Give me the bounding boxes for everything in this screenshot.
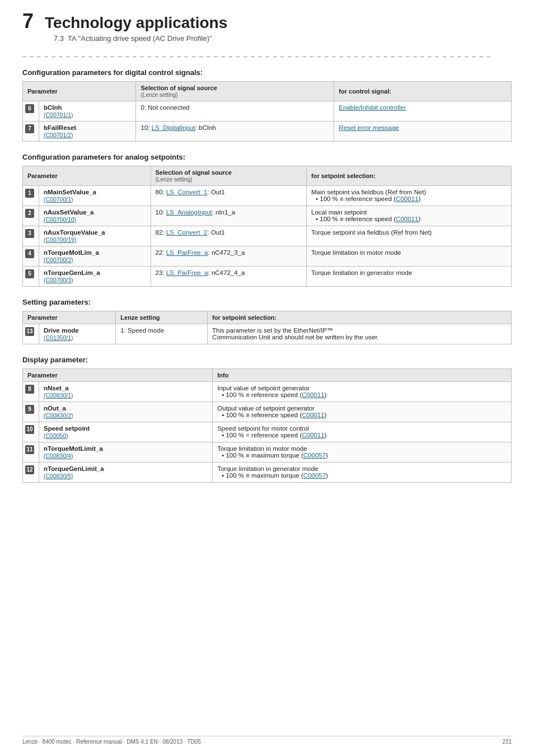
param-name: Drive mode <box>44 327 111 334</box>
table-row: 10 Speed setpoint (C00050) Speed setpoin… <box>23 422 512 442</box>
param-code-link[interactable]: (C00700/19) <box>44 236 146 243</box>
param-code-link[interactable]: (C00700/3) <box>44 277 146 283</box>
row-num: 5 <box>25 269 34 278</box>
setting-col-parameter: Parameter <box>23 311 116 324</box>
table-row: 8 nNset_a (C00830/1) Input value of setp… <box>23 382 512 402</box>
table-row: 1 nMainSetValue_a (C00700/1) 80: LS_Conv… <box>23 186 512 206</box>
setting-params-title: Setting parameters: <box>22 298 512 306</box>
c00057-link[interactable]: C00057 <box>303 472 326 479</box>
digital-control-table: Parameter Selection of signal source(Len… <box>22 81 512 142</box>
param-name: nTorqueMotLimit_a <box>44 445 208 452</box>
footer-right: 231 <box>502 739 512 745</box>
row-num: 11 <box>25 445 34 454</box>
param-name: bFailReset <box>44 124 131 131</box>
row-num: 9 <box>25 405 34 414</box>
display-col-info: Info <box>213 369 512 382</box>
table-row: 12 nTorqueGenLimit_a (C00830/5) Torque l… <box>23 463 512 483</box>
signal-link[interactable]: LS_ParFree_a <box>166 269 208 276</box>
table-row: 5 nTorqueGenLim_a (C00700/3) 23: LS_ParF… <box>23 267 512 287</box>
table-row: 6 bCInh (C00701/1) 0: Not connected Enab… <box>23 101 512 122</box>
chapter-number: 7 <box>22 11 34 31</box>
row-num: 4 <box>25 249 34 258</box>
signal-link[interactable]: LS_Convert_2 <box>166 229 208 236</box>
param-code-link[interactable]: (C00700/1) <box>44 196 146 203</box>
chapter-title: Technology applications <box>45 14 227 32</box>
analog-setpoints-title: Configuration parameters for analog setp… <box>22 153 512 161</box>
row-num: 2 <box>25 209 34 218</box>
digital-col-parameter: Parameter <box>23 82 136 101</box>
row-num: 12 <box>25 465 34 474</box>
analog-col-signal-source: Selection of signal source(Lenze setting… <box>151 166 306 186</box>
table-row: 4 nTorqueMotLim_a (C00700/2) 22: LS_ParF… <box>23 246 512 267</box>
param-name: nTorqueMotLim_a <box>44 249 146 256</box>
param-code-link[interactable]: (C00830/5) <box>44 473 208 479</box>
param-name: nOut_a <box>44 405 208 412</box>
signal-link[interactable]: LS_ParFree_a <box>166 249 208 256</box>
divider: _ _ _ _ _ _ _ _ _ _ _ _ _ _ _ _ _ _ _ _ … <box>22 50 512 57</box>
digital-control-title: Configuration parameters for digital con… <box>22 68 512 77</box>
param-name: Speed setpoint <box>44 425 208 432</box>
param-code-link[interactable]: (C00701/2) <box>44 132 131 138</box>
param-name: nTorqueGenLimit_a <box>44 465 208 472</box>
c00011-link[interactable]: C00011 <box>396 216 418 222</box>
param-code-link[interactable]: (C00830/1) <box>44 392 208 399</box>
param-code-link[interactable]: (C00700/2) <box>44 256 146 263</box>
page-footer: Lenze · 8400 motec · Reference manual · … <box>22 736 512 745</box>
param-name: nMainSetValue_a <box>44 189 146 195</box>
display-params-table: Parameter Info 8 nNset_a (C00830/1) Inpu… <box>22 368 512 483</box>
table-row: 13 Drive mode (C01350/1) 1: Speed mode T… <box>23 324 512 344</box>
param-code-link[interactable]: (C00830/2) <box>44 412 208 419</box>
signal-link[interactable]: LS_DigitalInput <box>152 124 195 131</box>
table-row: 7 bFailReset (C00701/2) 10: LS_DigitalIn… <box>23 122 512 142</box>
param-code-link[interactable]: (C00830/4) <box>44 452 208 459</box>
row-num: 3 <box>25 229 34 238</box>
param-name: bCInh <box>44 104 131 111</box>
setting-params-table: Parameter Lenze setting for setpoint sel… <box>22 311 512 344</box>
signal-link[interactable]: LS_AnalogInput <box>166 209 212 216</box>
c00057-link[interactable]: C00057 <box>303 452 326 459</box>
control-signal-link[interactable]: Enable/Inhibit controller <box>339 104 406 111</box>
analog-setpoints-table: Parameter Selection of signal source(Len… <box>22 166 512 287</box>
row-num: 1 <box>25 189 34 198</box>
digital-col-signal-source: Selection of signal source(Lenze setting… <box>136 82 334 101</box>
table-row: 9 nOut_a (C00830/2) Output value of setp… <box>23 402 512 422</box>
param-name: nAuxTorqueValue_a <box>44 229 146 236</box>
param-name: nTorqueGenLim_a <box>44 269 146 276</box>
param-code-link[interactable]: (C00701/1) <box>44 111 131 118</box>
c00011-link[interactable]: C00011 <box>396 195 418 202</box>
table-row: 3 nAuxTorqueValue_a (C00700/19) 82: LS_C… <box>23 226 512 246</box>
footer-left: Lenze · 8400 motec · Reference manual · … <box>22 739 201 745</box>
param-name: nAuxSetValue_a <box>44 209 146 216</box>
analog-col-parameter: Parameter <box>23 166 151 186</box>
page-header: 7 Technology applications <box>22 11 512 32</box>
row-num: 7 <box>25 124 34 133</box>
row-num: 6 <box>25 104 34 113</box>
c00011-link[interactable]: C00011 <box>302 412 324 418</box>
c00011-link[interactable]: C00011 <box>302 391 324 398</box>
digital-col-control-signal: for control signal: <box>334 82 512 101</box>
display-col-parameter: Parameter <box>23 369 213 382</box>
section-ref: 7.3 TA "Actuating drive speed (AC Drive … <box>54 34 512 43</box>
param-name: nNset_a <box>44 385 208 391</box>
table-row: 2 nAuxSetValue_a (C00700/10) 10: LS_Anal… <box>23 206 512 226</box>
row-num: 10 <box>25 425 34 434</box>
signal-link[interactable]: LS_Convert_1 <box>166 189 208 195</box>
param-code-link[interactable]: (C00050) <box>44 432 208 439</box>
reset-error-link[interactable]: Reset error message <box>339 124 399 131</box>
analog-col-setpoint: for setpoint selection: <box>307 166 512 186</box>
c00011-link[interactable]: C00011 <box>302 432 324 438</box>
row-num: 8 <box>25 385 34 394</box>
param-code-link[interactable]: (C01350/1) <box>44 334 111 341</box>
display-params-title: Display parameter: <box>22 356 512 364</box>
setting-col-setpoint: for setpoint selection: <box>208 311 512 324</box>
setting-col-lenze: Lenze setting <box>116 311 208 324</box>
table-row: 11 nTorqueMotLimit_a (C00830/4) Torque l… <box>23 442 512 463</box>
row-num: 13 <box>25 327 34 336</box>
param-code-link[interactable]: (C00700/10) <box>44 216 146 223</box>
